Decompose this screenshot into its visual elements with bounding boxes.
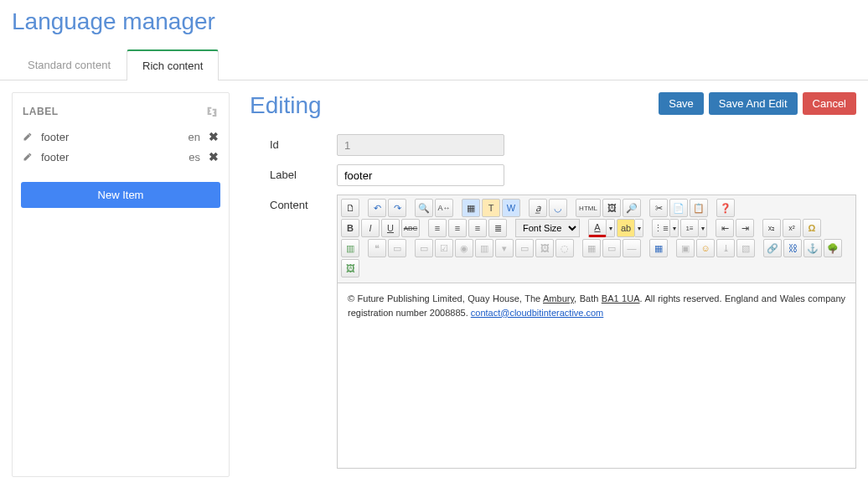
underline-icon[interactable]: U [381,219,400,237]
id-label: Id [270,134,337,151]
font-size-select[interactable]: Font Size [515,219,580,237]
justify-icon[interactable]: ≣ [488,219,507,237]
link-icon[interactable]: 🔗 [763,239,782,257]
bg-color-icon[interactable]: ab [617,219,635,237]
smiley-icon[interactable]: ☺ [696,239,715,257]
table-icon[interactable]: ▦ [649,239,668,257]
bg-color-dropdown[interactable]: ▾ [635,219,643,237]
source-icon[interactable]: HTML [576,199,601,217]
strike-icon[interactable]: ABC [401,219,420,237]
subscript-icon[interactable]: x₂ [762,219,781,237]
checkbox-icon[interactable]: ☑ [435,239,453,257]
iframe-icon[interactable]: ▣ [676,239,695,257]
sidebar: LABEL footer en ✖ footer es ✖ New Item [12,92,230,477]
flash-icon[interactable]: ▭ [602,239,621,257]
translate-icon[interactable] [205,105,219,118]
tab-bar: Standard content Rich content [0,49,868,80]
label-label: Label [270,164,337,181]
remove-format-icon[interactable]: ◡ [549,199,567,217]
cut-icon[interactable]: ✂ [649,199,668,217]
hidden-icon[interactable]: ◌ [555,239,574,257]
find-icon[interactable]: 🔍 [415,199,433,217]
cancel-button[interactable]: Cancel [803,92,856,115]
new-item-button[interactable]: New Item [21,182,220,208]
new-page-icon[interactable]: 🗋 [341,199,359,217]
rich-text-editor: 🗋 ↶ ↷ 🔍 A↔ ▦ T W a̲ ◡ [337,195,856,469]
rte-toolbar: 🗋 ↶ ↷ 🔍 A↔ ▦ T W a̲ ◡ [338,195,855,283]
number-dropdown[interactable]: ▾ [699,219,707,237]
select-icon[interactable]: ▾ [495,239,514,257]
textfield-icon[interactable]: ▭ [415,239,433,257]
redo-icon[interactable]: ↷ [388,199,406,217]
number-list-icon[interactable]: 1≡ [680,219,699,237]
label-input[interactable] [337,164,504,186]
undo-icon[interactable]: ↶ [368,199,386,217]
spellcheck-icon[interactable]: a̲ [529,199,547,217]
media-icon[interactable]: 🌳 [824,239,842,257]
id-input [337,134,504,156]
bullet-list-icon[interactable]: ⋮≡ [652,219,670,237]
help-icon[interactable]: ❓ [716,199,735,217]
copy-icon[interactable]: 📄 [669,199,688,217]
preview-icon[interactable]: 🔎 [623,199,641,217]
embed-icon[interactable]: 🖼 [341,259,359,278]
save-and-edit-button[interactable]: Save And Edit [709,92,798,115]
delete-icon[interactable]: ✖ [209,130,219,143]
italic-icon[interactable]: I [361,219,380,237]
page-title: Language manager [0,0,868,40]
unlink-icon[interactable]: ⛓ [783,239,802,257]
delete-icon[interactable]: ✖ [209,150,219,163]
button-form-icon[interactable]: ▭ [515,239,534,257]
templates-icon[interactable]: ▥ [341,239,359,257]
item-lang: es [177,151,200,163]
outdent-icon[interactable]: ⇤ [716,219,734,237]
indent-icon[interactable]: ⇥ [736,219,754,237]
quote-icon[interactable]: ❝ [368,239,386,257]
anchor-icon[interactable]: ⚓ [803,239,822,257]
item-lang: en [177,131,200,143]
list-item: footer es ✖ [21,147,220,167]
align-right-icon[interactable]: ≡ [468,219,487,237]
image-icon[interactable]: 🖼 [602,199,621,217]
editor-title: Editing [250,92,322,119]
hr-icon[interactable]: — [623,239,641,257]
sidebar-header: LABEL [23,106,59,117]
div-icon[interactable]: ▭ [388,239,406,257]
bold-icon[interactable]: B [341,219,359,237]
text-color-icon[interactable]: A [588,219,607,237]
showblocks-icon[interactable]: ▧ [736,239,755,257]
contact-email-link[interactable]: contact@cloudbitinteractive.com [471,308,604,318]
paste-word-icon[interactable]: W [502,199,520,217]
paste-text-icon[interactable]: T [482,199,500,217]
text-color-dropdown[interactable]: ▾ [607,219,615,237]
special-char-icon[interactable]: Ω [803,219,821,237]
radio-icon[interactable]: ◉ [455,239,473,257]
align-left-icon[interactable]: ≡ [428,219,447,237]
editor-panel: Editing Save Save And Edit Cancel Id Lab… [250,92,856,477]
imagebutton-icon[interactable]: 🖼 [535,239,554,257]
align-center-icon[interactable]: ≡ [448,219,467,237]
save-button[interactable]: Save [659,92,704,115]
replace-icon[interactable]: A↔ [435,199,453,217]
tab-standard-content[interactable]: Standard content [12,49,127,80]
content-area[interactable]: © Future Publishing Limited, Quay House,… [338,283,855,468]
item-label: footer [41,151,177,163]
superscript-icon[interactable]: x² [783,219,801,237]
select-all-icon[interactable]: ▦ [462,199,480,217]
list-item: footer en ✖ [21,127,220,147]
edit-icon[interactable] [23,152,33,162]
edit-icon[interactable] [23,132,33,142]
content-label: Content [270,195,337,211]
paste-icon[interactable]: 📋 [690,199,708,217]
tab-rich-content[interactable]: Rich content [127,49,219,80]
pagebreak-icon[interactable]: ⤓ [716,239,735,257]
bullet-dropdown[interactable]: ▾ [670,219,679,237]
form-icon[interactable]: ▦ [582,239,601,257]
textarea-icon[interactable]: ▥ [475,239,493,257]
item-label: footer [41,131,177,143]
